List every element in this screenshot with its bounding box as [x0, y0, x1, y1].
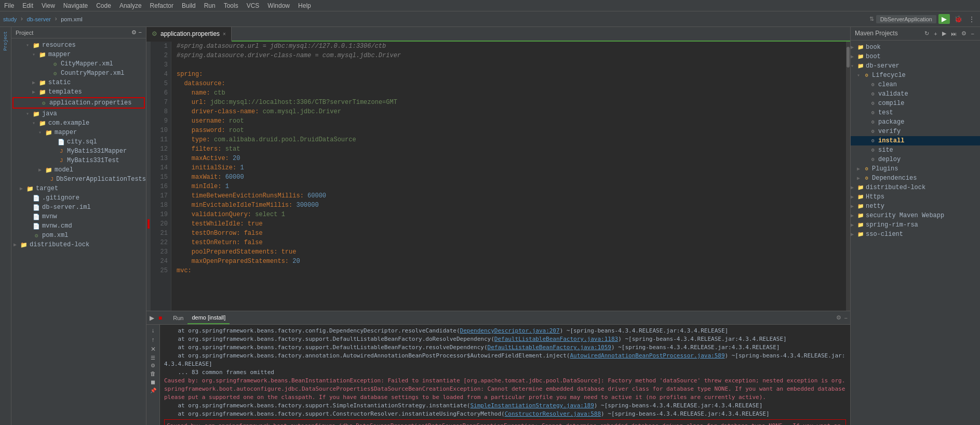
tree-item-db-server-iml[interactable]: 📄 db-server.iml [11, 203, 146, 212]
folder-icon-distributed-lock: 📁 [20, 241, 28, 249]
maven-label-db-server: db-server [866, 62, 900, 70]
bottom-pin-icon[interactable]: − [844, 315, 848, 321]
tab-application-properties[interactable]: ⚙ application.properties × [146, 27, 232, 42]
line-num-13: 13 [154, 154, 168, 163]
maven-run-btn[interactable]: ▶ [941, 30, 948, 37]
stop-process-btn[interactable]: ◼ [151, 379, 155, 386]
menu-navigate[interactable]: Navigate [59, 2, 92, 9]
tree-item-mybatis-mapper[interactable]: J MyBatis331Mapper [11, 147, 146, 156]
scrollbar-thumb[interactable] [847, 47, 850, 68]
arrow-distributed-lock-maven: ▶ [851, 184, 857, 191]
menu-refactor[interactable]: Refactor [146, 2, 178, 9]
maven-item-security[interactable]: ▶ 📁 security Maven Webapp [851, 211, 980, 220]
menu-view[interactable]: View [37, 2, 59, 9]
bottom-tab-demo-install[interactable]: demo [install] [187, 311, 230, 324]
debug-button[interactable]: 🐞 [952, 14, 964, 24]
tree-item-countrymapper[interactable]: ⚙ CountryMapper.xml [11, 69, 146, 78]
run-play-btn[interactable]: ▶ [149, 314, 155, 322]
tab-close-application-properties[interactable]: × [223, 31, 226, 37]
maven-item-distributed-lock-maven[interactable]: ▶ 📁 distributed-lock [851, 183, 980, 192]
clear-console-btn[interactable]: ✕ [151, 346, 156, 353]
maven-item-db-server[interactable]: ▾ 📁 db-server [851, 61, 980, 71]
maven-settings-icon[interactable]: ⚙ [960, 30, 968, 37]
bottom-settings-icon[interactable]: ⚙ [836, 314, 841, 321]
menu-analyze[interactable]: Analyze [115, 2, 146, 9]
tree-item-static[interactable]: ▶ 📁 static [11, 78, 146, 87]
maven-skip-btn[interactable]: ⏭ [949, 30, 958, 37]
run-config-selector[interactable]: DbServerApplication [876, 15, 936, 23]
maven-refresh-btn[interactable]: ↻ [923, 30, 931, 37]
maven-lifecycle-compile[interactable]: ⚙ compile [851, 99, 980, 108]
breadcrumb-study[interactable]: study [3, 16, 17, 22]
maven-lifecycle-clean[interactable]: ⚙ clean [851, 80, 980, 89]
tree-item-pom-xml[interactable]: ⚙ pom.xml [11, 231, 146, 240]
run-stop-btn[interactable]: ■ [158, 314, 163, 322]
more-button[interactable]: ⋮ [966, 15, 977, 24]
maven-lifecycle-test[interactable]: ⚙ test [851, 108, 980, 117]
menu-vcs[interactable]: VCS [243, 2, 264, 9]
tree-item-com-example[interactable]: ▾ 📁 com.example [11, 118, 146, 128]
maven-lifecycle-verify[interactable]: ⚙ verify [851, 127, 980, 136]
tree-item-resources[interactable]: ▾ 📁 resources [11, 41, 146, 50]
tree-item-application-properties[interactable]: ⚙ application.properties [12, 97, 145, 109]
tree-item-citymapper[interactable]: ⚙ CityMapper.xml [11, 59, 146, 69]
tree-item-mybatis-test[interactable]: J MyBatis331Test [11, 156, 146, 165]
menu-tools[interactable]: Tools [220, 2, 243, 9]
maven-item-sso-client[interactable]: ▶ 📁 sso-client [851, 230, 980, 239]
tree-item-mvnw-cmd[interactable]: 📄 mvnw.cmd [11, 221, 146, 231]
sync-icon[interactable]: ⇅ [869, 16, 874, 22]
menu-file[interactable]: File [0, 2, 18, 9]
editor-scrollbar[interactable] [846, 42, 850, 311]
pin-btn[interactable]: 📌 [150, 388, 156, 393]
tree-item-distributed-lock[interactable]: ▶ 📁 distributed-lock [11, 240, 146, 249]
maven-item-dependencies[interactable]: ▶ ⚙ Dependencies [851, 174, 980, 183]
console-output[interactable]: at org.springframework.beans.factory.con… [160, 325, 850, 425]
scroll-to-end-btn[interactable]: ↓ [152, 327, 155, 334]
maven-lifecycle-validate[interactable]: ⚙ validate [851, 89, 980, 99]
maven-lifecycle-package[interactable]: ⚙ package [851, 117, 980, 127]
maven-item-boot[interactable]: ▶ 📁 boot [851, 52, 980, 61]
maven-item-lifecycle[interactable]: ▾ ⚙ Lifecycle [851, 71, 980, 80]
tree-item-model[interactable]: ▶ 📁 model [11, 165, 146, 175]
maven-add-btn[interactable]: + [932, 30, 938, 37]
tree-item-mapper-java[interactable]: ▾ 📁 mapper [11, 128, 146, 137]
menu-help[interactable]: Help [294, 2, 315, 9]
tree-item-java[interactable]: ▾ 📁 java [11, 109, 146, 118]
tree-item-mvnw[interactable]: 📄 mvnw [11, 212, 146, 221]
sidebar-settings-icon[interactable]: ⚙ [131, 29, 137, 36]
code-content[interactable]: #spring.datasource.url = jdbc:mysql://12… [171, 42, 846, 311]
breadcrumb-db-server[interactable]: db-server [27, 16, 51, 22]
maven-lifecycle-deploy[interactable]: ⚙ deploy [851, 155, 980, 164]
tree-item-templates[interactable]: ▶ 📁 templates [11, 87, 146, 97]
tree-item-dbserver-tests[interactable]: J DbServerApplicationTests [11, 175, 146, 184]
settings-console-btn[interactable]: ⚙ [151, 363, 155, 368]
menu-code[interactable]: Code [92, 2, 115, 9]
code-line-22: testOnReturn: false [177, 238, 841, 247]
bottom-tab-run[interactable]: Run [169, 311, 187, 324]
run-button[interactable]: ▶ [938, 14, 950, 24]
maven-item-netty[interactable]: ▶ 📁 netty [851, 202, 980, 211]
filter-btn[interactable]: ☰ [151, 355, 155, 361]
maven-lifecycle-install[interactable]: ⚙ install [851, 136, 980, 145]
code-line-23: poolPreparedStatements: true [177, 247, 841, 257]
tree-item-target[interactable]: ▶ 📁 target [11, 184, 146, 193]
sidebar-collapse-icon[interactable]: − [139, 29, 142, 36]
maven-lifecycle-site[interactable]: ⚙ site [851, 145, 980, 155]
code-line-17: timeBetweenEvictionRunsMillis: 60000 [177, 191, 841, 201]
maven-item-plugins[interactable]: ▶ ⚙ Plugins [851, 164, 980, 174]
menu-window[interactable]: Window [263, 2, 294, 9]
menu-build[interactable]: Build [178, 2, 200, 9]
maven-item-https[interactable]: ▶ 📁 Https [851, 192, 980, 202]
tree-item-mapper-folder[interactable]: ▾ 📁 mapper [11, 50, 146, 59]
maven-item-book[interactable]: ▶ 📁 book [851, 43, 980, 52]
menu-edit[interactable]: Edit [18, 2, 37, 9]
scroll-up-btn[interactable]: ↑ [152, 336, 155, 343]
project-tab[interactable]: Project [3, 31, 8, 51]
maven-item-spring-rim-rsa[interactable]: ▶ 📁 spring-rim-rsa [851, 220, 980, 230]
maven-collapse-btn[interactable]: − [970, 30, 976, 37]
menu-run[interactable]: Run [200, 2, 220, 9]
trash-btn[interactable]: 🗑 [150, 370, 156, 377]
tree-item-gitignore[interactable]: 📄 .gitignore [11, 193, 146, 203]
tree-item-city-sql[interactable]: 📄 city.sql [11, 137, 146, 147]
maven-header: Maven Projects ↻ + ▶ ⏭ ⚙ − [851, 27, 980, 41]
